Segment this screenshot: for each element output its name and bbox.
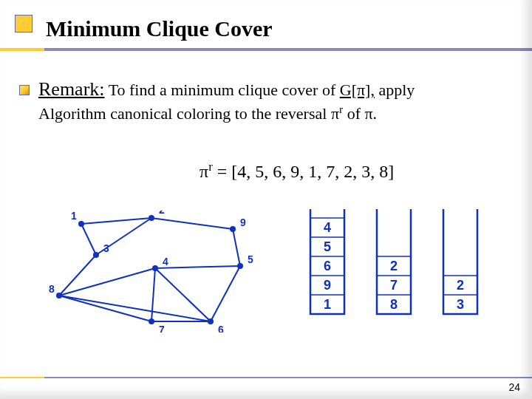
svg-text:1: 1 [71, 211, 77, 222]
bullet-icon [19, 85, 30, 95]
svg-text:8: 8 [49, 283, 55, 295]
page-number: 24 [508, 381, 520, 393]
svg-text:3: 3 [457, 297, 464, 312]
svg-text:6: 6 [324, 259, 331, 273]
svg-line-6 [151, 268, 155, 321]
svg-text:7: 7 [390, 278, 398, 293]
svg-point-22 [237, 263, 243, 269]
svg-point-26 [149, 318, 154, 324]
svg-text:6: 6 [218, 324, 224, 332]
g-of-pi: G[π], [340, 81, 375, 99]
svg-line-5 [59, 268, 155, 296]
remark-label: Remark: [38, 78, 105, 100]
slide-shadow [0, 0, 532, 399]
svg-line-9 [211, 266, 240, 321]
svg-point-30 [230, 226, 236, 232]
svg-text:5: 5 [324, 239, 331, 254]
svg-text:5: 5 [248, 253, 253, 265]
svg-text:8: 8 [390, 297, 398, 312]
svg-text:2: 2 [457, 278, 464, 293]
title-underline [0, 48, 532, 51]
svg-point-20 [152, 265, 158, 271]
svg-text:4: 4 [324, 220, 331, 235]
svg-line-3 [151, 218, 233, 229]
svg-point-14 [78, 221, 84, 227]
coloring-stacks: 4569127823 [288, 203, 484, 329]
remark-text: Remark: To find a minimum clique cover o… [38, 77, 482, 125]
svg-text:3: 3 [103, 242, 109, 254]
svg-text:1: 1 [324, 297, 331, 312]
svg-text:2: 2 [159, 211, 165, 216]
slide-title: Minimum Clique Cover [46, 16, 273, 41]
svg-point-18 [93, 252, 99, 258]
svg-line-0 [81, 218, 151, 224]
slide-corner-accent [15, 15, 33, 33]
svg-text:2: 2 [390, 259, 398, 273]
pi-reverse-formula: πr = [4, 5, 6, 9, 1, 7, 2, 3, 8] [200, 160, 394, 182]
permutation-graph: 123456789 [41, 211, 262, 332]
svg-text:4: 4 [163, 256, 168, 267]
svg-point-28 [56, 293, 62, 299]
svg-text:9: 9 [240, 216, 246, 228]
svg-text:7: 7 [159, 324, 165, 332]
svg-point-16 [149, 215, 154, 221]
svg-line-4 [59, 255, 96, 296]
footer-rule [0, 377, 532, 378]
svg-point-24 [208, 318, 214, 324]
svg-line-1 [81, 224, 96, 255]
svg-line-10 [233, 229, 240, 266]
svg-text:9: 9 [324, 278, 331, 293]
